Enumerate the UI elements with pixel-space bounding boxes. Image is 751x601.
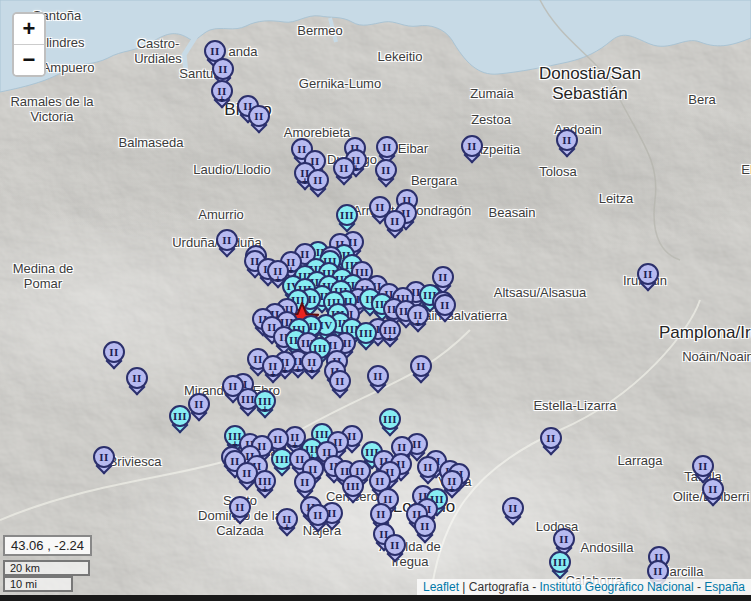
pin-bubble: II: [307, 504, 329, 526]
pin-bubble: II: [384, 534, 406, 556]
espana-link[interactable]: España: [704, 580, 745, 594]
intensity-value: II: [376, 508, 385, 520]
coordinates-display: 43.06 , -2.24: [3, 535, 92, 556]
place-label: Altsasu/Alsasua: [494, 286, 587, 301]
pin-bubble: II: [502, 497, 524, 519]
intensity-value: II: [373, 370, 382, 382]
attribution-separator: |: [462, 580, 465, 594]
leaflet-link[interactable]: Leaflet: [423, 580, 459, 594]
intensity-plus: +: [295, 365, 301, 375]
place-label: Lekeitio: [378, 50, 423, 65]
pin-bubble: II: [692, 455, 714, 477]
intensity-value: II: [339, 162, 348, 174]
pin-bubble: III+: [379, 319, 401, 341]
intensity-plus: +: [309, 366, 315, 376]
place-label: Beasain: [489, 206, 536, 221]
place-label: Gernika-Lumo: [299, 77, 381, 92]
intensity-value: II: [382, 141, 391, 153]
pin-bubble: II+: [211, 80, 233, 102]
intensity-value: II: [99, 451, 108, 463]
pin-bubble: III+: [254, 470, 276, 492]
pin-bubble: II: [540, 427, 562, 449]
intensity-value: II: [375, 201, 384, 213]
pin-bubble: III: [379, 408, 401, 430]
intensity-value: II: [397, 441, 406, 453]
pin-bubble: II: [294, 471, 316, 493]
place-label: Eibar: [398, 142, 428, 157]
pin-bubble: II: [329, 370, 351, 392]
intensity-value: II: [297, 143, 306, 155]
pin-bubble: II: [126, 367, 148, 389]
pin-bubble: II: [188, 393, 210, 415]
pin-bubble: II: [93, 446, 115, 468]
intensity-value: II: [390, 215, 399, 227]
intensity-value: II: [222, 234, 231, 246]
leaflet-map[interactable]: SantoñaColindresAmpueroRamales de la Vic…: [0, 0, 751, 601]
intensity-value: III: [340, 209, 354, 221]
pin-bubble: II+: [407, 304, 429, 326]
intensity-plus: +: [270, 370, 276, 380]
place-label: Briviesca: [109, 455, 162, 470]
intensity-value: II: [416, 360, 425, 372]
intensity-value: II: [228, 380, 237, 392]
intensity-plus: +: [262, 485, 268, 495]
place-label: Ramales de la Victoria: [10, 95, 93, 125]
pin-bubble: II: [375, 159, 397, 181]
intensity-plus: +: [284, 523, 290, 533]
intensity-plus: +: [415, 319, 421, 329]
pin-bubble: II+: [262, 355, 284, 377]
intensity-value: III: [553, 556, 567, 568]
zoom-out-button[interactable]: −: [14, 45, 44, 75]
pin-bubble: II: [333, 157, 355, 179]
intensity-value: III: [359, 327, 373, 339]
intensity-value: II: [467, 140, 476, 152]
attribution-prefix: Cartografía -: [469, 580, 536, 594]
attribution-bar: Leaflet | Cartografía - Instituto Geográ…: [417, 579, 751, 595]
intensity-value: II: [559, 533, 568, 545]
place-label: Bera: [688, 93, 715, 108]
pin-bubble: II: [410, 355, 432, 377]
intensity-value: II: [412, 438, 421, 450]
place-label: Medina de Pomar: [13, 262, 74, 292]
intensity-plus: +: [262, 405, 268, 415]
place-label: Pamplona/Iruña: [659, 323, 751, 343]
pin-bubble: II: [370, 503, 392, 525]
pin-bubble: II+: [441, 470, 463, 492]
pin-bubble: II: [367, 365, 389, 387]
intensity-value: II: [313, 509, 322, 521]
intensity-plus: +: [449, 485, 455, 495]
intensity-value: II: [300, 476, 309, 488]
intensity-value: II: [438, 271, 447, 283]
place-label: Leitza: [599, 192, 634, 207]
intensity-value: II: [132, 372, 141, 384]
place-label: Balmaseda: [118, 136, 183, 151]
place-label: Ampuero: [42, 61, 95, 76]
intensity-value: III: [173, 410, 187, 422]
intensity-value: III: [346, 480, 360, 492]
place-label: Tolosa: [539, 165, 577, 180]
place-label: Amurrio: [198, 208, 244, 223]
pin-bubble: II: [637, 263, 659, 285]
pin-bubble: II: [414, 515, 436, 537]
pin-bubble: II+: [276, 508, 298, 530]
pin-bubble: II: [702, 478, 724, 500]
place-label: Larraga: [618, 454, 663, 469]
pin-bubble: II: [307, 169, 329, 191]
window-bottom-edge: [0, 595, 751, 601]
pin-bubble: II+: [301, 351, 323, 373]
intensity-value: III: [275, 453, 289, 465]
place-label: Castro- Urdiales: [134, 37, 182, 67]
zoom-in-button[interactable]: +: [14, 14, 44, 45]
intensity-value: II: [273, 433, 282, 445]
intensity-plus: +: [275, 275, 281, 285]
ign-link[interactable]: Instituto Geográfico Nacional: [540, 580, 694, 594]
intensity-value: II: [381, 164, 390, 176]
attribution-dash: -: [697, 580, 701, 594]
intensity-value: II: [643, 268, 652, 280]
intensity-plus: +: [219, 95, 225, 105]
intensity-value: II: [508, 502, 517, 514]
intensity-value: II: [653, 565, 662, 577]
intensity-value: II: [420, 520, 429, 532]
pin-bubble: II: [417, 456, 439, 478]
pin-bubble: III: [549, 551, 571, 573]
